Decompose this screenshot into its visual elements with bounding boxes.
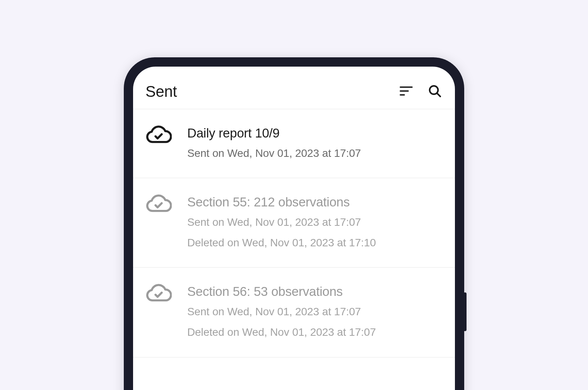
list-item[interactable]: Section 56: 53 observations Sent on Wed,…	[133, 268, 455, 357]
item-sent-line: Sent on Wed, Nov 01, 2023 at 17:07	[187, 214, 443, 230]
page-title: Sent	[145, 83, 177, 100]
phone-frame: Sent	[124, 57, 464, 390]
item-deleted-line: Deleted on Wed, Nov 01, 2023 at 17:07	[187, 324, 443, 340]
phone-screen: Sent	[133, 67, 455, 390]
item-icon-wrap	[145, 284, 172, 304]
search-icon	[427, 83, 443, 100]
sort-icon	[398, 83, 414, 100]
item-texts: Daily report 10/9 Sent on Wed, Nov 01, 2…	[187, 125, 443, 161]
item-icon-wrap	[145, 194, 172, 215]
item-title: Section 56: 53 observations	[187, 284, 443, 299]
cloud-done-icon	[145, 125, 172, 146]
item-sent-line: Sent on Wed, Nov 01, 2023 at 17:07	[187, 145, 443, 161]
item-sent-line: Sent on Wed, Nov 01, 2023 at 17:07	[187, 303, 443, 320]
cloud-done-icon	[145, 284, 172, 304]
item-texts: Section 55: 212 observations Sent on Wed…	[187, 194, 443, 251]
cloud-done-icon	[145, 194, 172, 215]
sort-button[interactable]	[398, 84, 414, 100]
item-title: Daily report 10/9	[187, 125, 443, 141]
sent-list: Daily report 10/9 Sent on Wed, Nov 01, 2…	[133, 109, 455, 390]
list-item[interactable]: Section 55: 212 observations Sent on Wed…	[133, 178, 455, 268]
item-title: Section 55: 212 observations	[187, 194, 443, 210]
item-texts: Section 56: 53 observations Sent on Wed,…	[187, 284, 443, 340]
header-actions	[398, 84, 443, 100]
app-header: Sent	[133, 67, 455, 109]
list-item[interactable]: Daily report 10/9 Sent on Wed, Nov 01, 2…	[133, 109, 455, 178]
item-deleted-line: Deleted on Wed, Nov 01, 2023 at 17:10	[187, 234, 443, 251]
item-icon-wrap	[145, 125, 172, 146]
search-button[interactable]	[427, 84, 443, 100]
phone-power-button	[463, 292, 467, 331]
